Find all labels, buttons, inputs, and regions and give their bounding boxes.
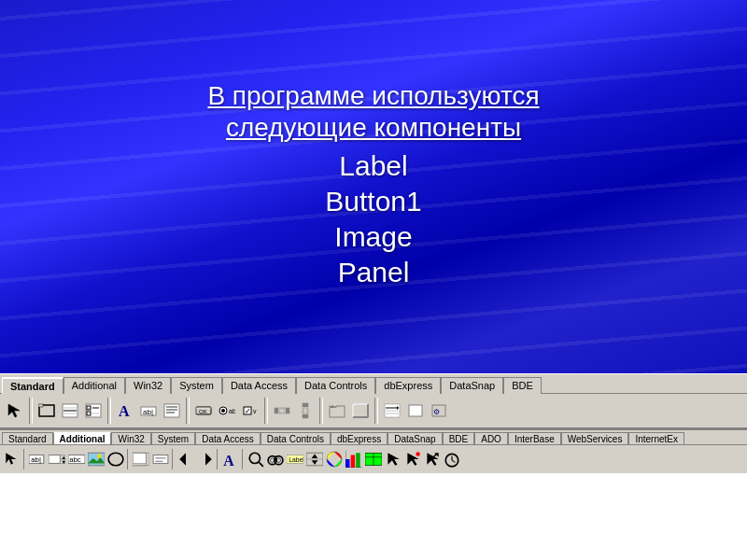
tab2-datasnap[interactable]: DataSnap bbox=[388, 432, 442, 445]
tab-system-1[interactable]: System bbox=[171, 377, 222, 394]
tab-additional-1[interactable]: Additional bbox=[63, 377, 125, 394]
groupbox-icon[interactable]: abc bbox=[326, 399, 348, 422]
dbbrowse-icon[interactable] bbox=[364, 450, 383, 469]
checklist-icon[interactable]: ✓ bbox=[82, 399, 105, 422]
svg-line-78 bbox=[259, 462, 263, 467]
label-icon[interactable]: A bbox=[114, 399, 136, 422]
edit2-icon[interactable]: ab| bbox=[28, 450, 47, 469]
arrow-right-icon[interactable] bbox=[196, 450, 215, 469]
cursor-tool2-icon[interactable] bbox=[3, 450, 21, 469]
cursor3-icon[interactable] bbox=[403, 450, 422, 469]
panel-icon[interactable] bbox=[349, 399, 372, 422]
tab2-webservices[interactable]: WebServices bbox=[561, 432, 629, 445]
colorpicker-icon[interactable] bbox=[325, 450, 344, 469]
svg-rect-32 bbox=[286, 408, 289, 413]
spinner-icon[interactable]: ▲ ▼ bbox=[48, 450, 66, 469]
svg-rect-69 bbox=[147, 453, 149, 466]
tab-dbexpress-1[interactable]: dbExpress bbox=[375, 377, 441, 394]
svg-rect-36 bbox=[303, 414, 308, 418]
tab-dataaccess-1[interactable]: Data Access bbox=[222, 377, 296, 394]
stepper-icon[interactable] bbox=[305, 450, 324, 469]
binoculars-icon[interactable] bbox=[266, 450, 285, 469]
button-icon[interactable]: OK bbox=[192, 399, 215, 422]
svg-marker-99 bbox=[388, 453, 399, 466]
svg-line-106 bbox=[452, 460, 455, 462]
svg-point-101 bbox=[416, 452, 420, 456]
tab-bar-1: Standard Additional Win32 System Data Ac… bbox=[0, 374, 747, 394]
toolbar-icons-1: ✓ A ab| bbox=[0, 394, 747, 427]
tab2-win32[interactable]: Win32 bbox=[111, 432, 150, 445]
toolbar-sep-6 bbox=[374, 398, 378, 424]
memo-icon[interactable] bbox=[161, 399, 183, 422]
tab2-ado[interactable]: ADO bbox=[474, 432, 508, 445]
svg-text:ab: ab bbox=[229, 408, 235, 414]
scrollbox-icon[interactable] bbox=[132, 450, 150, 469]
empty-panel-icon[interactable] bbox=[404, 399, 427, 422]
checkbox-icon[interactable]: ✓ v bbox=[239, 399, 261, 422]
tab2-system[interactable]: System bbox=[151, 432, 195, 445]
svg-point-66 bbox=[97, 454, 102, 458]
slide-line2: следующие компоненты bbox=[207, 113, 539, 143]
toolbar2: Standard Additional Win32 System Data Ac… bbox=[0, 428, 747, 473]
svg-rect-93 bbox=[356, 453, 360, 468]
tab-datacontrols-1[interactable]: Data Controls bbox=[296, 377, 375, 394]
svg-rect-35 bbox=[303, 403, 308, 407]
edit-icon[interactable]: ab| bbox=[137, 399, 160, 422]
svg-rect-37 bbox=[303, 408, 307, 413]
search-icon[interactable] bbox=[247, 450, 265, 469]
svg-rect-16 bbox=[164, 404, 179, 417]
svg-text:✓: ✓ bbox=[245, 407, 251, 415]
toolbar2-sep-1 bbox=[23, 449, 26, 469]
listbox-icon[interactable] bbox=[59, 399, 81, 422]
tab2-bde[interactable]: BDE bbox=[443, 432, 475, 445]
toolbar-sep-2 bbox=[107, 398, 111, 424]
svg-rect-71 bbox=[153, 455, 168, 464]
db-icon[interactable]: ⚙ bbox=[428, 399, 450, 422]
tab-win32-1[interactable]: Win32 bbox=[125, 377, 171, 394]
label3-icon[interactable]: Label bbox=[286, 450, 304, 469]
svg-point-67 bbox=[108, 453, 123, 466]
tab2-dbexpress[interactable]: dbExpress bbox=[331, 432, 388, 445]
tab-standard-1[interactable]: Standard bbox=[2, 377, 63, 394]
arrow-left-icon[interactable] bbox=[176, 450, 195, 469]
tab2-datacontrols[interactable]: Data Controls bbox=[261, 432, 331, 445]
tab-bde-1[interactable]: BDE bbox=[503, 377, 542, 394]
chart2-icon[interactable] bbox=[345, 450, 363, 469]
slide-area: В программе используются следующие компо… bbox=[0, 0, 747, 373]
tab2-dataaccess[interactable]: Data Access bbox=[195, 432, 261, 445]
scrollbar-h-icon[interactable] bbox=[271, 399, 293, 422]
image2-icon[interactable] bbox=[87, 450, 106, 469]
frame-icon[interactable] bbox=[35, 399, 58, 422]
svg-text:ab|: ab| bbox=[31, 455, 41, 464]
svg-rect-57 bbox=[49, 455, 60, 464]
cursor-tool-icon[interactable] bbox=[4, 399, 26, 422]
label2-icon[interactable]: A bbox=[221, 450, 240, 469]
svg-rect-41 bbox=[353, 404, 368, 417]
radiobutton-icon[interactable]: ab bbox=[216, 399, 238, 422]
timer2-icon[interactable] bbox=[443, 450, 461, 469]
checkbox2-icon[interactable] bbox=[151, 450, 170, 469]
cursor2-icon[interactable] bbox=[384, 450, 402, 469]
toolbar-sep-3 bbox=[186, 398, 190, 424]
shape-icon[interactable] bbox=[106, 450, 125, 469]
svg-marker-75 bbox=[205, 453, 212, 466]
slide-content: В программе используются следующие компо… bbox=[207, 81, 539, 292]
tab-datasnap-1[interactable]: DataSnap bbox=[441, 377, 503, 394]
svg-rect-64 bbox=[88, 453, 105, 466]
toolbar1: Standard Additional Win32 System Data Ac… bbox=[0, 373, 747, 428]
svg-text:A: A bbox=[119, 403, 130, 419]
toolbar2-sep-2 bbox=[127, 449, 130, 469]
morph-icon[interactable] bbox=[423, 450, 442, 469]
toolbar2-sep-3 bbox=[172, 449, 175, 469]
svg-text:ab|: ab| bbox=[143, 408, 153, 416]
component-button1: Button1 bbox=[207, 186, 539, 217]
tab2-additional[interactable]: Additional bbox=[53, 432, 112, 445]
svg-rect-92 bbox=[351, 455, 356, 469]
svg-rect-83 bbox=[275, 456, 276, 461]
actionlist-icon[interactable] bbox=[381, 399, 403, 422]
tab2-interbase[interactable]: InterBase bbox=[508, 432, 561, 445]
scrollbar-v-icon[interactable] bbox=[294, 399, 317, 422]
maskedit-icon[interactable]: abc bbox=[67, 450, 86, 469]
tab2-internetex[interactable]: InternetEx bbox=[628, 432, 684, 445]
tab2-standard[interactable]: Standard bbox=[2, 432, 53, 445]
